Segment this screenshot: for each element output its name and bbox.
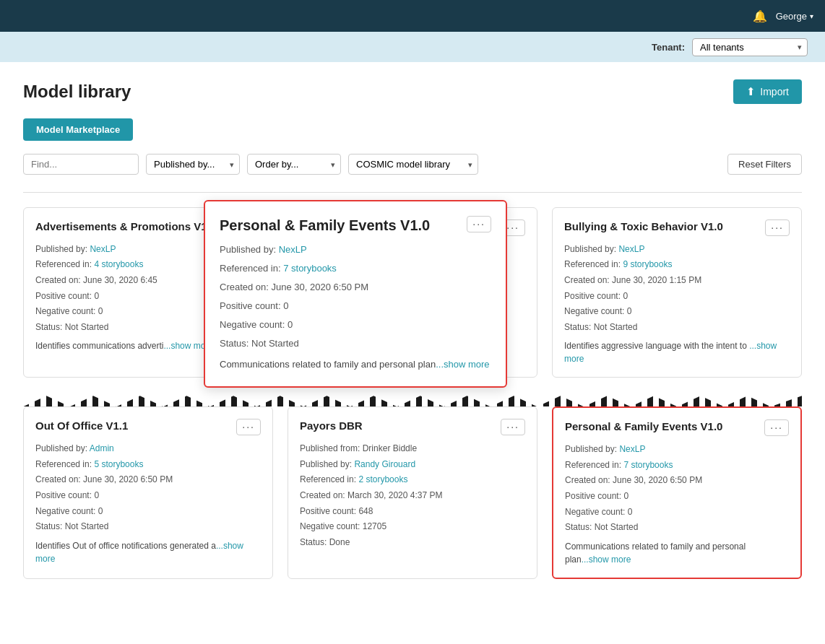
card-ooo-negative: Negative count: 0 bbox=[35, 504, 261, 520]
card-featured-status: Status: Not Started bbox=[220, 334, 491, 353]
card-payors-dbr: Payors DBR ··· Published from: Drinker B… bbox=[288, 406, 537, 578]
tenant-select[interactable]: All tenants bbox=[692, 38, 808, 56]
card-pfb-title: Personal & Family Events V1.0 bbox=[565, 419, 764, 434]
card-payors-positive: Positive count: 648 bbox=[300, 504, 525, 520]
card-pfb-meta: Published by: NexLP Referenced in: 7 sto… bbox=[565, 442, 789, 536]
card-payors-title: Payors DBR bbox=[300, 419, 501, 433]
card-payors-negative: Negative count: 12705 bbox=[300, 519, 525, 535]
card-featured-negative: Negative count: 0 bbox=[220, 316, 491, 334]
card-bullying: Bullying & Toxic Behavior V1.0 ··· Publi… bbox=[552, 207, 802, 378]
card-payors-menu-button[interactable]: ··· bbox=[501, 419, 525, 435]
card-bullying-menu-button[interactable]: ··· bbox=[765, 219, 790, 236]
card-bullying-header: Bullying & Toxic Behavior V1.0 ··· bbox=[564, 219, 790, 236]
main-content: Model library ⬆ Import Model Marketplace… bbox=[0, 62, 825, 644]
user-menu[interactable]: George ▾ bbox=[776, 11, 813, 22]
gap-area bbox=[23, 392, 802, 406]
bottom-cards-row: Out Of Office V1.1 ··· Published by: Adm… bbox=[23, 406, 802, 578]
card-bullying-published: Published by: NexLP bbox=[564, 242, 790, 258]
top-cards-row: Advertisements & Promotions V1.0 ··· Pub… bbox=[23, 207, 802, 378]
card-pfb-referenced: Referenced in: 7 storybooks bbox=[565, 458, 789, 474]
bell-icon[interactable]: 🔔 bbox=[753, 9, 767, 23]
card-bullying-meta: Published by: NexLP Referenced in: 9 sto… bbox=[564, 242, 790, 336]
header-row: Model library ⬆ Import bbox=[23, 79, 802, 104]
jagged-top bbox=[23, 396, 802, 406]
card-pfb-created: Created on: June 30, 2020 6:50 PM bbox=[565, 473, 789, 489]
card-bullying-title: Bullying & Toxic Behavior V1.0 bbox=[564, 219, 765, 234]
published-by-wrap: Published by... ▾ bbox=[146, 154, 240, 175]
user-name: George bbox=[776, 11, 807, 22]
order-by-wrap: Order by... ▾ bbox=[247, 154, 341, 175]
card-payors-status: Status: Done bbox=[300, 535, 525, 551]
card-ooo-positive: Positive count: 0 bbox=[35, 488, 261, 504]
import-icon: ⬆ bbox=[746, 85, 756, 98]
card-pfb-header: Personal & Family Events V1.0 ··· bbox=[565, 419, 789, 436]
card-featured-title: Personal & Family Events V1.0 bbox=[220, 216, 467, 235]
card-featured-published: Published by: NexLP bbox=[220, 240, 491, 259]
library-select[interactable]: COSMIC model library bbox=[348, 154, 478, 175]
tenant-select-wrap: All tenants ▾ bbox=[692, 38, 808, 56]
card-bullying-description: Identifies aggressive language with the … bbox=[564, 339, 790, 365]
published-by-select[interactable]: Published by... bbox=[146, 154, 240, 175]
page-title: Model library bbox=[23, 82, 131, 102]
card-pfb-published: Published by: NexLP bbox=[565, 442, 789, 458]
card-featured-meta: Published by: NexLP Referenced in: 7 sto… bbox=[220, 240, 491, 353]
card-featured-referenced: Referenced in: 7 storybooks bbox=[220, 259, 491, 278]
card-payors-header: Payors DBR ··· bbox=[300, 419, 525, 435]
divider bbox=[23, 192, 802, 193]
card-featured-description: Communications related to family and per… bbox=[220, 357, 491, 372]
card-pfb-menu-button[interactable]: ··· bbox=[764, 419, 789, 436]
card-featured-header: Personal & Family Events V1.0 ··· bbox=[220, 216, 491, 235]
card-featured-show-more[interactable]: ...show more bbox=[436, 359, 489, 370]
card-ooo-referenced: Referenced in: 5 storybooks bbox=[35, 457, 261, 473]
card-featured-positive: Positive count: 0 bbox=[220, 297, 491, 316]
card-bullying-positive: Positive count: 0 bbox=[564, 289, 790, 305]
cards-area: Advertisements & Promotions V1.0 ··· Pub… bbox=[23, 207, 802, 579]
card-ooo-title: Out Of Office V1.1 bbox=[35, 419, 236, 433]
library-wrap: COSMIC model library ▾ bbox=[348, 154, 478, 175]
model-marketplace-tab[interactable]: Model Marketplace bbox=[23, 118, 133, 141]
card-pfb-show-more[interactable]: ...show more bbox=[582, 554, 631, 565]
tenant-label: Tenant: bbox=[652, 42, 685, 53]
card-pfb-description: Communications related to family and per… bbox=[565, 540, 789, 566]
import-label: Import bbox=[760, 86, 789, 97]
import-button[interactable]: ⬆ Import bbox=[733, 79, 802, 104]
card-payors-meta: Published from: Drinker Biddle Published… bbox=[300, 441, 525, 550]
card-bullying-negative: Negative count: 0 bbox=[564, 304, 790, 320]
card-ooo-show-more[interactable]: ...show more bbox=[35, 541, 243, 564]
find-input[interactable] bbox=[23, 154, 139, 175]
card-ooo-menu-button[interactable]: ··· bbox=[236, 419, 261, 435]
card-bullying-referenced: Referenced in: 9 storybooks bbox=[564, 257, 790, 273]
top-nav: 🔔 George ▾ bbox=[0, 0, 825, 32]
card-pfb-negative: Negative count: 0 bbox=[565, 505, 789, 521]
card-bullying-created: Created on: June 30, 2020 1:15 PM bbox=[564, 273, 790, 289]
card-ooo-header: Out Of Office V1.1 ··· bbox=[35, 419, 261, 435]
card-pfb-status: Status: Not Started bbox=[565, 520, 789, 536]
filter-row: Published by... ▾ Order by... ▾ COSMIC m… bbox=[23, 154, 802, 175]
card-featured-created: Created on: June 30, 2020 6:50 PM bbox=[220, 278, 491, 297]
card-personal-family-bottom: Personal & Family Events V1.0 ··· Publis… bbox=[552, 406, 802, 578]
order-by-select[interactable]: Order by... bbox=[247, 154, 341, 175]
card-ooo-description: Identifies Out of office notifications g… bbox=[35, 539, 261, 565]
card-payors-referenced: Referenced in: 2 storybooks bbox=[300, 472, 525, 488]
card-payors-published: Published by: Randy Girouard bbox=[300, 457, 525, 473]
tab-row: Model Marketplace bbox=[23, 118, 802, 141]
reset-filters-button[interactable]: Reset Filters bbox=[727, 154, 802, 175]
card-payors-publishedfrom: Published from: Drinker Biddle bbox=[300, 441, 525, 457]
card-ooo-meta: Published by: Admin Referenced in: 5 sto… bbox=[35, 441, 261, 535]
card-ooo-published: Published by: Admin bbox=[35, 441, 261, 457]
card-bullying-show-more[interactable]: ...show more bbox=[564, 341, 777, 364]
card-ooo-status: Status: Not Started bbox=[35, 519, 261, 535]
card-payors-created: Created on: March 30, 2020 4:37 PM bbox=[300, 488, 525, 504]
card-ooo-created: Created on: June 30, 2020 6:50 PM bbox=[35, 472, 261, 488]
card-personal-family-featured: Personal & Family Events V1.0 ··· Publis… bbox=[204, 200, 507, 388]
card-featured-menu-button[interactable]: ··· bbox=[467, 216, 491, 232]
tenant-bar: Tenant: All tenants ▾ bbox=[0, 32, 825, 62]
card-out-of-office: Out Of Office V1.1 ··· Published by: Adm… bbox=[23, 406, 273, 578]
card-bullying-status: Status: Not Started bbox=[564, 320, 790, 336]
user-menu-chevron: ▾ bbox=[810, 12, 813, 20]
card-pfb-positive: Positive count: 0 bbox=[565, 489, 789, 505]
